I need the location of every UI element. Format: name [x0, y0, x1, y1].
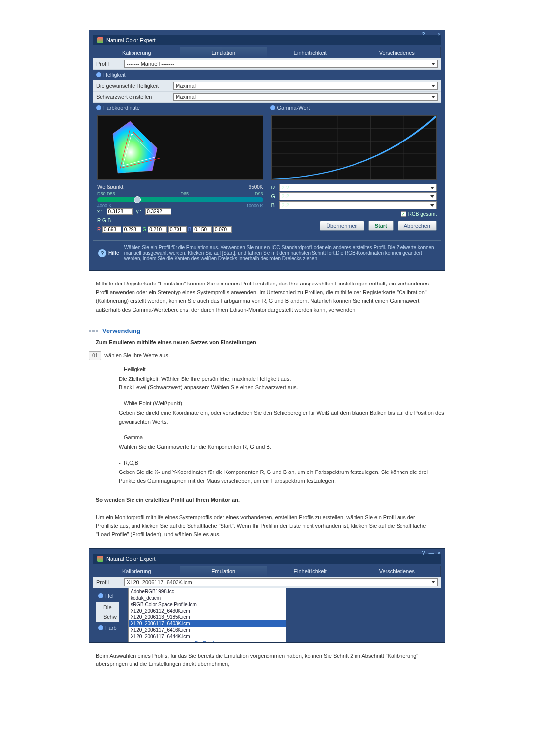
range-max: 10000 K — [246, 203, 263, 208]
bullet-icon — [96, 105, 101, 110]
item-title: Gamma — [124, 434, 143, 440]
brightness-target-value: Maximal — [176, 83, 196, 89]
tab-einheitlichkeit[interactable]: Einheitlichkeit — [267, 566, 354, 577]
gamma-b-select[interactable]: 2.2 — [279, 201, 437, 209]
app-logo-icon — [97, 37, 103, 43]
section-helligkeit: Helligkeit — [93, 70, 441, 80]
list-item: -Gamma Wählen Sie die Gammawerte für die… — [119, 433, 445, 452]
start-button[interactable]: Start — [368, 221, 394, 231]
tab-emulation[interactable]: Emulation — [180, 47, 267, 58]
action-buttons: Übernehmen Start Abbrechen — [271, 221, 437, 231]
profile-select-value: XL20_2006117_6403K.icm — [127, 579, 192, 585]
bullet-icon — [98, 593, 103, 598]
section-farbkoordinate-label: Farbkoordinate — [103, 105, 140, 111]
rgb-gesamt-checkbox[interactable]: ✓ RGB gesamt — [271, 211, 437, 217]
gamma-g-value: 2.2 — [282, 193, 289, 199]
item-desc: Geben Sie die X- und Y-Koordinaten für d… — [119, 468, 445, 485]
bg-label: Hel — [105, 591, 114, 601]
window-controls[interactable]: ? — × — [422, 550, 442, 556]
tab-bar: Kalibrierung Emulation Einheitlichkeit V… — [93, 566, 441, 577]
brightness-target-row: Die gewünschte Helligkeit Maximal — [93, 80, 441, 92]
brightness-target-select[interactable]: Maximal — [173, 82, 438, 90]
help-text: Wählen Sie ein Profil für die Emulation … — [124, 245, 436, 261]
r-x-input[interactable] — [102, 226, 121, 233]
dropdown-option[interactable]: XL20_2006117_6416K.icm — [129, 627, 286, 633]
gamma-panel: Gamma-Wert R 2.2 — [267, 103, 441, 236]
dropdown-option[interactable]: kodak_dc.icm — [129, 595, 286, 601]
tab-verschiedenes[interactable]: Verschiedenes — [354, 566, 441, 577]
profile-select[interactable]: XL20_2006117_6403K.icm — [124, 578, 438, 586]
color-panels: Farbkoordinate — [93, 103, 441, 236]
tab-kalibrierung[interactable]: Kalibrierung — [93, 47, 180, 58]
whitepoint-xy: x : y : — [97, 208, 263, 215]
profile-select[interactable]: ------- Manuell ------- — [124, 60, 438, 68]
paragraph-1: Mithilfe der Registerkarte "Emulation" k… — [96, 280, 438, 314]
profile-row: Profil ------- Manuell ------- — [93, 58, 441, 70]
app-title: Natural Color Expert — [106, 556, 156, 562]
help-icon: ? — [98, 249, 106, 257]
paragraph-3: Beim Auswählen eines Profils, für das Si… — [96, 652, 438, 669]
list-item: -Helligkeit Die Zielhelligkeit: Wählen S… — [119, 365, 445, 392]
blacklevel-label: Schwarzwert einstellen — [96, 94, 173, 100]
bg-label: Die — [103, 604, 112, 610]
help-title: Hilfe — [108, 250, 119, 256]
chevron-down-icon — [431, 63, 435, 65]
scale-d50-d55: D50 D55 — [97, 191, 115, 196]
title-bar: Natural Color Expert — [93, 554, 441, 564]
item-title: Helligkeit — [124, 366, 146, 372]
farbkoordinate-panel: Farbkoordinate — [93, 103, 267, 236]
dropdown-load-profile[interactable]: ------- Profil laden ------- — [129, 640, 286, 642]
gamma-g-row: G 2.2 — [271, 192, 437, 200]
dropdown-option-selected[interactable]: XL20_2006117_6403K.icm — [129, 620, 286, 627]
x-label: x : — [97, 209, 103, 214]
tab-einheitlichkeit[interactable]: Einheitlichkeit — [267, 47, 354, 58]
rgb-gesamt-label: RGB gesamt — [408, 211, 437, 217]
gamma-g-select[interactable]: 2.2 — [279, 192, 437, 200]
apply-button[interactable]: Übernehmen — [320, 221, 364, 231]
g-x-input[interactable] — [148, 226, 167, 233]
gamma-b-value: 2.2 — [282, 202, 289, 208]
settings-list: -Helligkeit Die Zielhelligkeit: Wählen S… — [119, 365, 445, 486]
tab-kalibrierung[interactable]: Kalibrierung — [93, 566, 180, 577]
help-band: ? Hilfe Wählen Sie ein Profil für die Em… — [93, 240, 441, 265]
chevron-down-icon — [430, 204, 434, 207]
whitepoint-scale: D50 D55 D65 D93 — [97, 191, 263, 196]
app-window-1: ? — × Natural Color Expert Kalibrierung … — [89, 30, 445, 271]
chevron-down-icon — [431, 96, 435, 98]
gamut-chart[interactable] — [97, 115, 263, 180]
blacklevel-value: Maximal — [176, 94, 196, 100]
gamma-chart[interactable] — [271, 115, 437, 180]
dropdown-option[interactable]: XL20_2006117_6444K.icm — [129, 633, 286, 640]
whitepoint-temp: 6500K — [249, 184, 263, 189]
tab-emulation[interactable]: Emulation — [180, 566, 267, 577]
slider-handle[interactable] — [134, 196, 141, 203]
dropdown-option[interactable]: XL20_2006112_6430K.icm — [129, 608, 286, 614]
section-verwendung: Verwendung — [89, 327, 445, 334]
chevron-down-icon — [431, 85, 435, 87]
whitepoint-slider[interactable] — [97, 197, 263, 202]
scale-d93: D93 — [255, 191, 263, 196]
apply-heading: So wenden Sie ein erstelltes Profil auf … — [96, 496, 438, 505]
bullet-icon — [98, 625, 103, 630]
b-y-input[interactable] — [213, 226, 232, 233]
dropdown-option[interactable]: sRGB Color Space Profile.icm — [129, 601, 286, 608]
dropdown-option[interactable]: XL20_2006113_9185K.icm — [129, 614, 286, 620]
y-input[interactable] — [145, 208, 171, 215]
tab-verschiedenes[interactable]: Verschiedenes — [354, 47, 441, 58]
chevron-down-icon — [431, 581, 435, 583]
r-y-input[interactable] — [123, 226, 141, 233]
title-bar: Natural Color Expert — [93, 35, 441, 45]
profile-label: Profil — [96, 579, 120, 585]
y-label: y : — [136, 209, 142, 214]
item-desc: Wählen Sie die Gammawerte für die Kompon… — [119, 443, 445, 452]
rgb-label: R G B — [97, 218, 263, 223]
dropdown-option[interactable]: AdobeRGB1998.icc — [129, 588, 286, 595]
window-controls[interactable]: ? — × — [422, 31, 442, 37]
cancel-button[interactable]: Abbrechen — [398, 221, 437, 231]
g-y-input[interactable] — [168, 226, 187, 233]
b-x-input[interactable] — [193, 226, 212, 233]
gamma-r-select[interactable]: 2.2 — [279, 184, 437, 191]
blacklevel-select[interactable]: Maximal — [173, 93, 438, 101]
x-input[interactable] — [107, 208, 133, 215]
profile-dropdown-open[interactable]: AdobeRGB1998.icc kodak_dc.icm sRGB Color… — [128, 588, 286, 642]
